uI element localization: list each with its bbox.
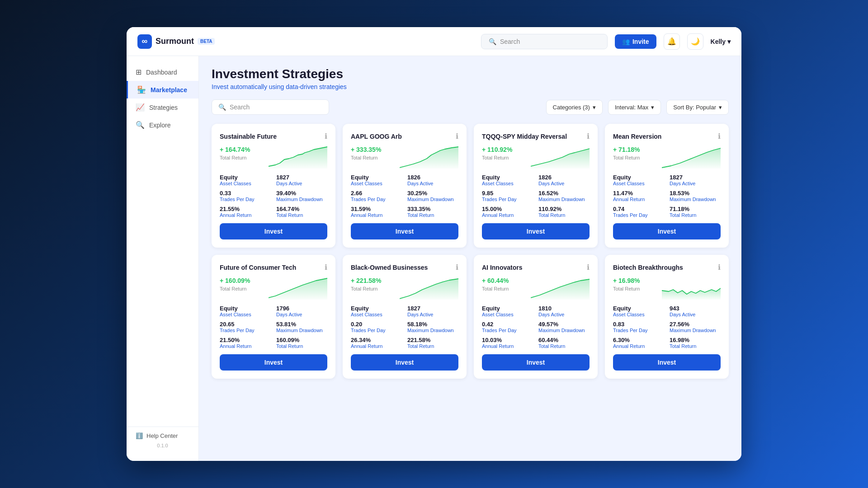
mini-chart bbox=[269, 146, 327, 169]
interval-label: Interval: Max bbox=[615, 104, 648, 111]
stat-value: Equity bbox=[482, 305, 533, 312]
header: ∞ Surmount BETA 🔍 Search 👥 Invite 🔔 🌙 Ke… bbox=[127, 27, 741, 56]
invest-button-biotech-breakthroughs[interactable]: Invest bbox=[613, 354, 721, 371]
mini-chart bbox=[531, 146, 590, 169]
stat-value: Equity bbox=[613, 174, 664, 181]
info-icon[interactable]: ℹ bbox=[325, 263, 327, 272]
bell-icon: 🔔 bbox=[667, 37, 676, 46]
stat-value: 333.35% bbox=[407, 206, 458, 212]
info-icon[interactable]: ℹ bbox=[587, 132, 590, 141]
sort-filter[interactable]: Sort By: Popular ▾ bbox=[666, 100, 729, 115]
card-header: Mean Reversion ℹ bbox=[613, 132, 721, 141]
stat-value: 15.00% bbox=[482, 206, 533, 212]
return-badge: + 71.18% bbox=[613, 146, 658, 153]
sidebar-item-explore[interactable]: 🔍 Explore bbox=[127, 116, 198, 134]
card-stats: Equity Asset Classes 1827 Days Active 0.… bbox=[351, 305, 458, 349]
mini-chart bbox=[400, 146, 458, 169]
info-icon[interactable]: ℹ bbox=[718, 263, 721, 272]
sidebar-nav: ⊞ Dashboard 🏪 Marketplace 📈 Strategies 🔍… bbox=[127, 63, 198, 427]
stat-label: Trades Per Day bbox=[220, 328, 271, 333]
stat-item: 0.20 Trades Per Day bbox=[351, 321, 402, 333]
info-icon[interactable]: ℹ bbox=[456, 132, 458, 141]
stat-value: 0.42 bbox=[482, 321, 533, 328]
logo-text: Surmount bbox=[156, 37, 194, 46]
stat-item: 10.03% Annual Return bbox=[482, 337, 533, 349]
interval-filter[interactable]: Interval: Max ▾ bbox=[608, 100, 661, 115]
stat-item: 2.66 Trades Per Day bbox=[351, 190, 402, 202]
notifications-button[interactable]: 🔔 bbox=[664, 33, 680, 50]
stat-value: Equity bbox=[613, 305, 664, 312]
stat-label: Maximum Drawdown bbox=[276, 328, 327, 333]
stat-value: 1796 bbox=[276, 305, 327, 312]
stat-label: Trades Per Day bbox=[351, 328, 402, 333]
stat-label: Total Return bbox=[276, 212, 327, 218]
invest-button-black-owned-businesses[interactable]: Invest bbox=[351, 354, 458, 371]
user-menu-button[interactable]: Kelly ▾ bbox=[711, 38, 731, 45]
card-title: TQQQ-SPY Midday Reversal bbox=[482, 133, 567, 140]
stat-value: 1826 bbox=[538, 174, 590, 181]
sidebar-item-strategies[interactable]: 📈 Strategies bbox=[127, 99, 198, 116]
header-search[interactable]: 🔍 Search bbox=[481, 34, 608, 49]
stat-item: 53.81% Maximum Drawdown bbox=[276, 321, 327, 333]
card-header: Biotech Breakthroughs ℹ bbox=[613, 263, 721, 272]
invest-button-mean-reversion[interactable]: Invest bbox=[613, 223, 721, 239]
stat-item: 39.40% Maximum Drawdown bbox=[276, 190, 327, 202]
stat-label: Maximum Drawdown bbox=[670, 197, 721, 202]
theme-toggle-button[interactable]: 🌙 bbox=[687, 33, 703, 50]
invite-button[interactable]: 👥 Invite bbox=[615, 34, 656, 49]
invest-button-future-consumer-tech[interactable]: Invest bbox=[220, 354, 327, 371]
stat-item: 0.33 Trades Per Day bbox=[220, 190, 271, 202]
stat-value: 943 bbox=[670, 305, 721, 312]
dashboard-icon: ⊞ bbox=[136, 68, 142, 76]
stat-label: Total Return bbox=[407, 343, 458, 349]
invest-button-tqqq-spy-midday[interactable]: Invest bbox=[482, 223, 590, 239]
invest-button-sustainable-future[interactable]: Invest bbox=[220, 223, 327, 239]
stat-value: 60.44% bbox=[538, 337, 590, 343]
stat-value: 39.40% bbox=[276, 190, 327, 197]
version-text: 0.1.0 bbox=[136, 443, 189, 448]
invest-button-ai-innovators[interactable]: Invest bbox=[482, 354, 590, 371]
strategies-icon: 📈 bbox=[136, 103, 145, 112]
stat-item: Equity Asset Classes bbox=[220, 174, 271, 186]
chevron-down-icon: ▾ bbox=[651, 104, 654, 111]
stat-item: 164.74% Total Return bbox=[276, 206, 327, 218]
return-badge: + 333.35% bbox=[351, 146, 396, 153]
card-header: Black-Owned Businesses ℹ bbox=[351, 263, 458, 272]
return-label: Total Return bbox=[482, 155, 527, 160]
card-return-info: + 16.98% Total Return bbox=[613, 277, 658, 291]
stat-item: 20.65 Trades Per Day bbox=[220, 321, 271, 333]
strategy-search-input[interactable]: 🔍 Search bbox=[212, 99, 329, 115]
stat-label: Total Return bbox=[538, 212, 590, 218]
help-icon: ℹ️ bbox=[136, 432, 143, 439]
invest-button-aapl-goog-arb[interactable]: Invest bbox=[351, 223, 458, 239]
return-label: Total Return bbox=[220, 286, 265, 291]
sidebar-item-dashboard[interactable]: ⊞ Dashboard bbox=[127, 63, 198, 81]
categories-filter[interactable]: Categories (3) ▾ bbox=[546, 100, 603, 115]
info-icon[interactable]: ℹ bbox=[718, 132, 721, 141]
stat-item: Equity Asset Classes bbox=[613, 305, 664, 317]
explore-icon: 🔍 bbox=[136, 121, 145, 129]
mini-chart bbox=[531, 277, 590, 300]
stat-label: Days Active bbox=[407, 312, 458, 317]
stat-label: Asset Classes bbox=[613, 312, 664, 317]
search-icon: 🔍 bbox=[489, 38, 496, 45]
help-center-link[interactable]: ℹ️ Help Center bbox=[136, 432, 189, 439]
info-icon[interactable]: ℹ bbox=[456, 263, 458, 272]
info-icon[interactable]: ℹ bbox=[325, 132, 327, 141]
card-chart-area: + 110.92% Total Return bbox=[482, 146, 590, 169]
mini-chart bbox=[662, 277, 721, 300]
stat-label: Days Active bbox=[538, 181, 590, 186]
sidebar-item-marketplace[interactable]: 🏪 Marketplace bbox=[127, 81, 198, 99]
search-text: Search bbox=[230, 103, 250, 111]
card-stats: Equity Asset Classes 1827 Days Active 11… bbox=[613, 174, 721, 218]
card-header: AI Innovators ℹ bbox=[482, 263, 590, 272]
card-title: Future of Consumer Tech bbox=[220, 264, 296, 271]
stat-value: 221.58% bbox=[407, 337, 458, 343]
stat-label: Asset Classes bbox=[220, 312, 271, 317]
page-subtitle: Invest automatically using data-driven s… bbox=[212, 83, 729, 90]
info-icon[interactable]: ℹ bbox=[587, 263, 590, 272]
stat-item: 333.35% Total Return bbox=[407, 206, 458, 218]
stat-label: Annual Return bbox=[482, 343, 533, 349]
stat-item: Equity Asset Classes bbox=[482, 174, 533, 186]
strategy-card-ai-innovators: AI Innovators ℹ + 60.44% Total Return bbox=[474, 255, 598, 379]
